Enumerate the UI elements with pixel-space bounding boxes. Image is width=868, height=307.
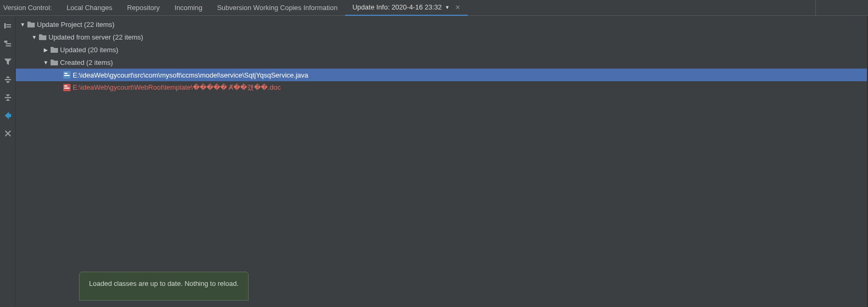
- svg-marker-6: [4, 59, 12, 65]
- svg-marker-9: [6, 81, 10, 83]
- expand-all-icon[interactable]: [2, 74, 14, 85]
- tab-incoming[interactable]: Incoming: [167, 0, 210, 16]
- tab-label: Update Info: 2020-4-16 23:32: [352, 3, 442, 11]
- tree-node-label: Update Project (22 items): [37, 21, 114, 28]
- tab-repository[interactable]: Repository: [120, 0, 167, 16]
- tab-label: Local Changes: [67, 4, 113, 12]
- tab-local-changes[interactable]: Local Changes: [60, 0, 120, 16]
- hotswap-notification: Loaded classes are up to date. Nothing t…: [79, 272, 249, 301]
- svg-rect-1: [6, 24, 11, 25]
- svg-rect-17: [64, 73, 67, 74]
- tab-label: Subversion Working Copies Information: [217, 4, 338, 12]
- filter-icon[interactable]: [2, 56, 14, 68]
- doc-file-icon: [62, 84, 72, 91]
- tree-node-label: Updated from server (22 items): [48, 33, 143, 41]
- folder-icon: [38, 34, 47, 40]
- close-icon[interactable]: ✕: [455, 4, 460, 11]
- tree-node-updated-from-server[interactable]: ▼ Updated from server (22 items): [16, 31, 867, 43]
- svg-marker-8: [6, 76, 10, 78]
- tree-node-updated[interactable]: ▶ Updated (20 items): [16, 43, 867, 56]
- svg-marker-11: [6, 94, 10, 97]
- tree-file-broken-doc[interactable]: E:\ideaWeb\gycourt\WebRoot\template\����…: [16, 81, 867, 94]
- tab-svn-info[interactable]: Subversion Working Copies Information: [210, 0, 345, 16]
- dropdown-icon[interactable]: ▼: [445, 5, 450, 10]
- tab-label: Incoming: [174, 4, 202, 12]
- svg-rect-21: [64, 88, 70, 89]
- chevron-down-icon[interactable]: ▼: [42, 60, 50, 65]
- svg-rect-4: [6, 43, 11, 44]
- tool-sidebar: [0, 16, 16, 307]
- tab-update-info[interactable]: Update Info: 2020-4-16 23:32 ▼ ✕: [345, 0, 468, 16]
- auto-scroll-icon[interactable]: [2, 110, 14, 121]
- vc-label: Version Control:: [0, 4, 60, 12]
- folder-icon: [26, 21, 36, 27]
- folder-icon: [50, 59, 59, 65]
- tree-file-path: E:\ideaWeb\gycourt\WebRoot\template\����…: [73, 83, 281, 92]
- tree-node-label: Created (2 items): [60, 59, 113, 66]
- chevron-right-icon[interactable]: ▶: [42, 47, 50, 53]
- svg-rect-5: [6, 45, 11, 46]
- tree-file-sqtjyqsqservice[interactable]: E:\ideaWeb\gycourt\src\com\mysoft\ccms\m…: [16, 69, 867, 81]
- group-by-icon[interactable]: [2, 38, 14, 50]
- close-panel-icon[interactable]: [2, 128, 14, 139]
- svg-marker-12: [6, 99, 10, 101]
- folder-icon: [50, 46, 59, 53]
- chevron-down-icon[interactable]: ▼: [31, 34, 38, 40]
- svg-rect-2: [6, 26, 11, 27]
- svg-rect-20: [64, 85, 67, 87]
- tabstrip: Version Control: Local Changes Repositor…: [0, 0, 868, 16]
- tab-label: Repository: [127, 4, 160, 12]
- svg-rect-10: [5, 97, 11, 98]
- tree-file-path: E:\ideaWeb\gycourt\src\com\mysoft\ccms\m…: [73, 71, 308, 79]
- svg-rect-18: [64, 75, 70, 76]
- tabstrip-corner: [815, 0, 868, 16]
- svg-marker-13: [5, 112, 11, 119]
- tree-node-label: Updated (20 items): [60, 46, 119, 54]
- update-info-panel: ▼ Update Project (22 items) ▼ Updated fr…: [0, 16, 868, 307]
- java-file-icon: [62, 71, 72, 79]
- chevron-down-icon[interactable]: ▼: [19, 22, 26, 27]
- collapse-all-icon[interactable]: [2, 92, 14, 103]
- svg-rect-0: [4, 23, 6, 28]
- svg-rect-3: [4, 41, 7, 43]
- tree-node-update-project[interactable]: ▼ Update Project (22 items): [16, 18, 867, 31]
- svg-rect-7: [5, 79, 11, 80]
- update-tree: ▼ Update Project (22 items) ▼ Updated fr…: [16, 16, 867, 307]
- tree-node-created[interactable]: ▼ Created (2 items): [16, 56, 867, 69]
- notification-text: Loaded classes are up to date. Nothing t…: [89, 280, 239, 287]
- expand-tree-icon[interactable]: [2, 20, 14, 32]
